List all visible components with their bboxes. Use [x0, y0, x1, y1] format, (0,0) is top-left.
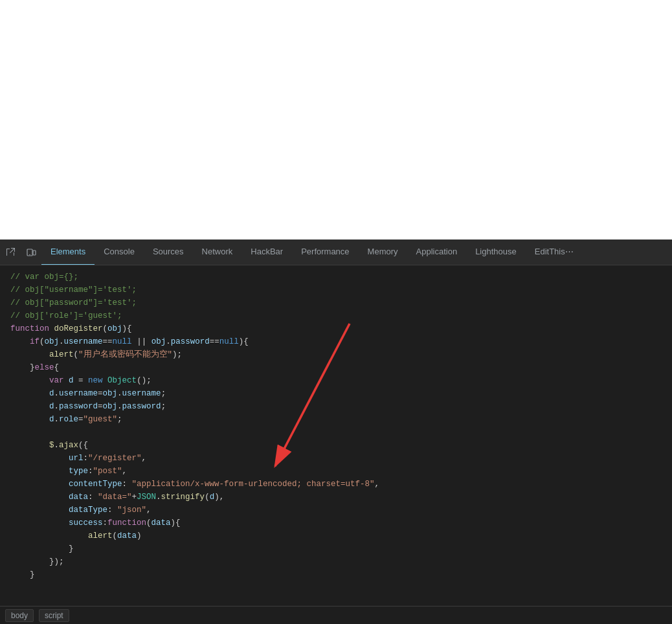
tab-sources[interactable]: Sources: [144, 240, 193, 265]
svg-point-2: [29, 254, 30, 255]
tab-memory[interactable]: Memory: [359, 240, 407, 265]
code-line: d.username=obj.username;: [0, 387, 672, 400]
tab-hackbar[interactable]: HackBar: [241, 240, 292, 265]
code-line: type:"post",: [0, 465, 672, 478]
code-line: $.ajax({: [0, 439, 672, 452]
code-line: alert("用户名或密码不能为空");: [0, 348, 672, 361]
code-line: d.password=obj.password;: [0, 400, 672, 413]
code-line: data: "data="+JSON.stringify(d),: [0, 491, 672, 504]
code-line: });: [0, 555, 672, 568]
devtools-panel: Elements Console Sources Network HackBar…: [0, 240, 672, 624]
tab-elements[interactable]: Elements: [41, 240, 95, 265]
devtools-tabbar: Elements Console Sources Network HackBar…: [0, 240, 672, 265]
tab-editthis[interactable]: EditThis⋯: [526, 240, 583, 265]
tab-application[interactable]: Application: [407, 240, 467, 265]
code-line: // var obj={};: [0, 271, 672, 284]
code-line: dataType: "json",: [0, 504, 672, 517]
bottom-tag-body[interactable]: body: [5, 609, 34, 622]
devtools-bottombar: body script: [0, 606, 672, 624]
code-line: contentType: "application/x-www-form-url…: [0, 478, 672, 491]
tab-console[interactable]: Console: [95, 240, 144, 265]
code-line: }: [0, 568, 672, 581]
code-line: }else{: [0, 361, 672, 374]
device-icon[interactable]: [21, 240, 41, 265]
code-line: url:"/register",: [0, 452, 672, 465]
code-line: if(obj.username==null || obj.password==n…: [0, 335, 672, 348]
tab-performance[interactable]: Performance: [292, 240, 358, 265]
code-line: d.role="guest";: [0, 413, 672, 426]
code-line: alert(data): [0, 529, 672, 542]
code-line: }: [0, 542, 672, 555]
browser-viewport: [0, 0, 672, 240]
code-line: [0, 426, 672, 439]
code-line: // obj["username"]='test';: [0, 284, 672, 296]
svg-rect-1: [33, 251, 36, 255]
tab-network[interactable]: Network: [193, 240, 242, 265]
code-line: // obj['role']='guest';: [0, 309, 672, 322]
code-area: // var obj={}; // obj["username"]='test'…: [0, 265, 672, 606]
inspect-icon[interactable]: [0, 240, 21, 265]
code-line: // obj["password"]='test';: [0, 296, 672, 309]
code-line: function doRegister(obj){: [0, 322, 672, 335]
tab-lighthouse[interactable]: Lighthouse: [466, 240, 526, 265]
code-line: var d = new Object();: [0, 374, 672, 387]
bottom-tag-script[interactable]: script: [39, 609, 69, 622]
code-line: success:function(data){: [0, 517, 672, 529]
